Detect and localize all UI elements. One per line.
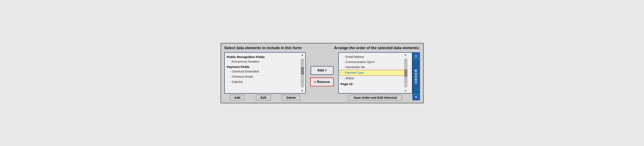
right-header-title: Arrange the order of the selected data e… bbox=[334, 46, 420, 50]
right-scrollbar-track bbox=[404, 59, 408, 87]
header-row: Select data elements to include in this … bbox=[224, 46, 420, 50]
order-sidebar: ▲ ORDER ▼ bbox=[412, 52, 420, 100]
right-bottom-area: Save Order and Edit Selected bbox=[338, 95, 412, 100]
left-scroll-down-arrow[interactable]: ▲ bbox=[300, 89, 304, 92]
order-label: ORDER bbox=[414, 69, 418, 84]
right-list-box: ▼ ▲ Email Address Communication Opt-in R… bbox=[338, 52, 412, 93]
page-label: Page #2: bbox=[341, 82, 404, 86]
order-down-button[interactable]: ▼ bbox=[413, 94, 420, 100]
left-scrollbar-thumb[interactable] bbox=[301, 67, 304, 74]
list-item-checkout-embedded[interactable]: Checkout Embedded bbox=[227, 69, 304, 74]
right-scrollbar-thumb[interactable] bbox=[404, 69, 408, 77]
right-item-button[interactable]: Button bbox=[341, 76, 404, 81]
list-item-checkout-modal[interactable]: Checkout Modal bbox=[227, 74, 304, 79]
left-scrollbar-track bbox=[301, 59, 304, 87]
right-item-remember[interactable]: Remember Me bbox=[341, 65, 404, 70]
left-scroll-up-arrow[interactable]: ▼ bbox=[300, 54, 304, 57]
right-scroll-up-arrow[interactable]: ▼ bbox=[404, 54, 408, 57]
add-right-button[interactable]: Add > bbox=[311, 66, 334, 75]
right-item-email[interactable]: Email Address bbox=[341, 54, 404, 60]
group-label-public: Public Recognition Fields bbox=[227, 55, 304, 59]
edit-button[interactable]: Edit bbox=[256, 95, 270, 100]
middle-buttons-area: Add > < Remove bbox=[308, 52, 336, 100]
add-button[interactable]: Add bbox=[230, 95, 245, 100]
right-item-payment-type[interactable]: Payment Type bbox=[340, 70, 404, 76]
left-header-title: Select data elements to include in this … bbox=[224, 46, 302, 50]
left-bottom-buttons: Add Edit Delete bbox=[224, 95, 306, 100]
list-item-captcha[interactable]: Captcha bbox=[227, 79, 304, 84]
save-order-button[interactable]: Save Order and Edit Selected bbox=[348, 95, 402, 100]
main-row: ▼ ▲ Public Recognition Fields Anonymous … bbox=[224, 52, 420, 100]
right-panel: ▼ ▲ Email Address Communication Opt-in R… bbox=[338, 52, 420, 100]
left-panel: ▼ ▲ Public Recognition Fields Anonymous … bbox=[224, 52, 306, 100]
delete-button[interactable]: Delete bbox=[282, 95, 300, 100]
main-container: Select data elements to include in this … bbox=[220, 43, 424, 103]
left-list-box: ▼ ▲ Public Recognition Fields Anonymous … bbox=[224, 52, 306, 93]
order-label-area: ORDER bbox=[414, 59, 418, 94]
remove-button[interactable]: < Remove bbox=[310, 78, 334, 86]
list-item-anonymous-donation[interactable]: Anonymous Donation bbox=[227, 59, 304, 64]
group-label-payment: Payment Fields bbox=[227, 65, 304, 69]
order-up-button[interactable]: ▲ bbox=[413, 53, 420, 59]
right-item-communication[interactable]: Communication Opt-in bbox=[341, 60, 404, 65]
right-scroll-down-arrow[interactable]: ▲ bbox=[404, 89, 408, 92]
